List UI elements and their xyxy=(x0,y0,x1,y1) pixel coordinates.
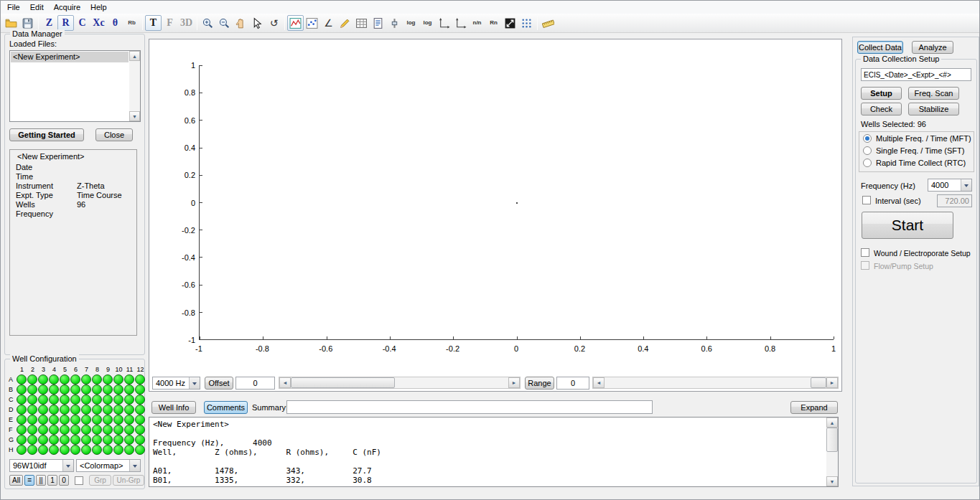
close-button[interactable]: Close xyxy=(95,128,133,141)
mode-option[interactable]: Multiple Freq. / Time (MFT) xyxy=(859,132,974,144)
well-A10[interactable] xyxy=(113,374,123,385)
radio-button-icon[interactable] xyxy=(863,146,872,155)
phase-theta-button[interactable]: θ xyxy=(107,15,123,31)
well-D8[interactable] xyxy=(92,405,102,415)
well-A3[interactable] xyxy=(38,374,48,385)
well-B1[interactable] xyxy=(17,385,27,395)
dropdown-arrow-icon[interactable] xyxy=(62,460,73,471)
well-B12[interactable] xyxy=(135,385,145,395)
collect-data-button[interactable]: Collect Data xyxy=(857,41,903,54)
stabilize-button[interactable]: Stabilize xyxy=(908,103,959,115)
dropdown-arrow-icon[interactable] xyxy=(189,377,200,389)
setup-button[interactable]: Setup xyxy=(861,87,902,100)
select-columns-button[interactable]: || xyxy=(36,475,46,486)
well-A4[interactable] xyxy=(49,374,59,385)
well-plate-grid[interactable] xyxy=(17,374,146,455)
well-G1[interactable] xyxy=(17,435,27,445)
slider-tool-button[interactable] xyxy=(386,15,403,31)
well-F1[interactable] xyxy=(17,425,27,435)
well-G12[interactable] xyxy=(135,435,145,445)
well-H7[interactable] xyxy=(81,445,91,455)
well-D9[interactable] xyxy=(103,405,113,415)
well-F11[interactable] xyxy=(124,425,134,435)
well-G9[interactable] xyxy=(103,435,113,445)
scroll-right-button[interactable]: ► xyxy=(508,377,520,388)
scroll-track[interactable] xyxy=(129,61,140,111)
well-info-button[interactable]: Well Info xyxy=(151,401,196,414)
summary-input[interactable] xyxy=(286,400,653,414)
scroll-track[interactable] xyxy=(605,377,826,388)
ruler-icon[interactable] xyxy=(540,15,556,31)
offset-scrollbar[interactable]: ◄► xyxy=(279,377,521,389)
dropdown-arrow-icon[interactable] xyxy=(961,179,971,191)
menu-item-acquire[interactable]: Acquire xyxy=(49,1,85,14)
well-E7[interactable] xyxy=(81,415,91,425)
well-H3[interactable] xyxy=(38,445,48,455)
well-C12[interactable] xyxy=(135,395,145,405)
well-B8[interactable] xyxy=(92,385,102,395)
offset-button[interactable]: Offset xyxy=(205,377,233,390)
well-G4[interactable] xyxy=(49,435,59,445)
well-E9[interactable] xyxy=(103,415,113,425)
comments-text-panel[interactable]: <New Experiment> Frequency (Hz), 4000 We… xyxy=(149,417,839,487)
well-B6[interactable] xyxy=(70,385,80,395)
well-A9[interactable] xyxy=(103,374,113,385)
impedance-z-button[interactable]: Z xyxy=(41,15,57,31)
well-C11[interactable] xyxy=(124,395,134,405)
well-A12[interactable] xyxy=(135,374,145,385)
well-H8[interactable] xyxy=(92,445,102,455)
well-G8[interactable] xyxy=(92,435,102,445)
line-plot-button[interactable] xyxy=(287,15,304,31)
dropdown-arrow-icon[interactable] xyxy=(129,460,140,471)
interval-checkbox[interactable] xyxy=(862,196,871,204)
well-H4[interactable] xyxy=(49,445,59,455)
normalize-r-button[interactable]: Rn xyxy=(485,15,502,31)
radio-button-icon[interactable] xyxy=(863,159,872,167)
select-all-button[interactable]: All xyxy=(9,475,23,486)
reactance-xc-button[interactable]: Xc xyxy=(90,15,107,31)
menu-item-file[interactable]: File xyxy=(2,1,25,14)
angle-measure-button[interactable]: ∠ xyxy=(320,15,337,31)
well-B9[interactable] xyxy=(103,385,113,395)
well-E5[interactable] xyxy=(60,415,70,425)
well-G2[interactable] xyxy=(27,435,37,445)
log-y-button[interactable]: log xyxy=(419,15,436,31)
well-H5[interactable] xyxy=(60,445,70,455)
data-table-button[interactable] xyxy=(353,15,370,31)
comments-scrollbar[interactable]: ▲▼ xyxy=(826,418,838,486)
analyze-button[interactable]: Analyze xyxy=(912,41,953,54)
scroll-up-button[interactable]: ▲ xyxy=(129,51,140,61)
colormap-select[interactable]: <Colormap> xyxy=(76,459,141,472)
scroll-track[interactable] xyxy=(826,428,838,476)
check-button[interactable]: Check xyxy=(861,103,902,115)
menu-item-edit[interactable]: Edit xyxy=(25,1,49,14)
well-B3[interactable] xyxy=(38,385,48,395)
well-B7[interactable] xyxy=(81,385,91,395)
well-A6[interactable] xyxy=(70,374,80,385)
well-B2[interactable] xyxy=(27,385,37,395)
zoom-in-icon[interactable] xyxy=(200,15,216,31)
select-on-button[interactable]: 1 xyxy=(47,475,57,486)
plate-type-select[interactable]: 96W10idf xyxy=(9,459,74,472)
well-C5[interactable] xyxy=(60,395,70,405)
well-H10[interactable] xyxy=(113,445,123,455)
well-G3[interactable] xyxy=(38,435,48,445)
well-D7[interactable] xyxy=(81,405,91,415)
well-B4[interactable] xyxy=(49,385,59,395)
experiment-filename-input[interactable] xyxy=(861,68,971,81)
rotate-view-icon[interactable]: ↺ xyxy=(266,15,282,31)
well-C2[interactable] xyxy=(27,395,37,405)
scroll-down-button[interactable]: ▼ xyxy=(826,476,838,486)
loaded-file-item[interactable]: <New Experiment> xyxy=(11,52,129,62)
range-input[interactable] xyxy=(556,377,589,390)
well-C10[interactable] xyxy=(113,395,123,405)
well-C9[interactable] xyxy=(103,395,113,405)
range-scrollbar[interactable]: ◄► xyxy=(592,377,839,389)
well-E10[interactable] xyxy=(113,415,123,425)
fullscreen-button[interactable] xyxy=(502,15,518,31)
resistance-r-button[interactable]: R xyxy=(57,15,74,31)
comments-button[interactable]: Comments xyxy=(204,401,248,414)
well-D2[interactable] xyxy=(27,405,37,415)
freq-scan-button[interactable]: Freq. Scan xyxy=(908,87,959,100)
well-F2[interactable] xyxy=(27,425,37,435)
